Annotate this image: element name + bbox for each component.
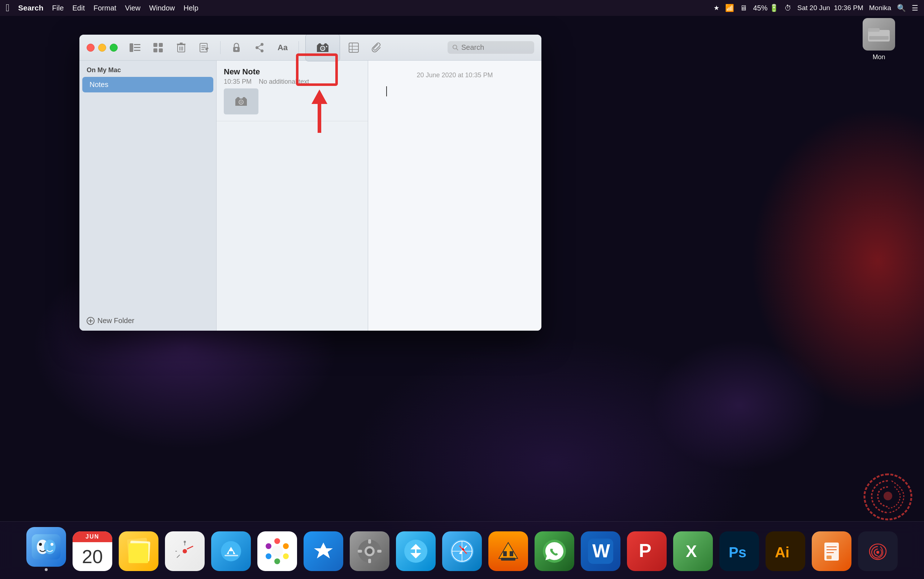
svg-rect-99 [827, 556, 832, 559]
dock-item-vlc[interactable] [488, 532, 528, 571]
finder-icon [26, 527, 66, 567]
drive-icon-img [863, 18, 895, 51]
svg-point-58 [271, 545, 283, 557]
dock-item-photoshop[interactable]: Ps [720, 532, 759, 571]
svg-rect-1 [868, 28, 880, 32]
ubar-icon: X [673, 532, 713, 571]
svg-rect-9 [154, 48, 157, 52]
menu-file[interactable]: File [52, 4, 64, 12]
pocket-icon: P [627, 532, 667, 571]
dock-item-reminders[interactable] [165, 532, 204, 571]
dock-item-photos[interactable] [257, 532, 297, 571]
lock-button[interactable] [227, 39, 246, 56]
menu-app-name[interactable]: Search [18, 3, 43, 12]
dock-item-touchretouch[interactable] [858, 532, 898, 571]
menu-window[interactable]: Window [149, 4, 175, 12]
svg-point-48 [51, 543, 54, 546]
svg-rect-4 [134, 44, 141, 45]
sidebar: On My Mac Notes New Folder [79, 61, 217, 330]
dock-item-settings[interactable] [350, 532, 389, 571]
note-editor-cursor [386, 86, 523, 98]
dock-item-calendar[interactable]: JUN 20 [72, 532, 112, 571]
search-bar[interactable] [448, 41, 534, 54]
shareit-icon [211, 532, 251, 571]
dock-items: JUN 20 [19, 527, 905, 576]
share-button[interactable] [250, 39, 269, 56]
dock: JUN 20 [0, 521, 924, 579]
vlc-icon [488, 532, 528, 571]
svg-text:X: X [686, 542, 697, 561]
whatsapp-icon [535, 532, 574, 571]
pages-icon [812, 532, 852, 571]
svg-rect-84 [503, 551, 507, 556]
menubar:  Search File Edit Format View Window He… [0, 0, 924, 16]
sidebar-item-notes[interactable]: Notes [82, 77, 213, 92]
svg-point-30 [326, 46, 327, 47]
menu-view[interactable]: View [125, 4, 141, 12]
svg-text:P: P [639, 540, 651, 561]
dock-item-pages[interactable] [812, 532, 852, 571]
bluetooth-icon: ★ [713, 4, 720, 12]
safari-icon [442, 532, 482, 571]
dock-item-appstore[interactable] [304, 532, 343, 571]
search-input[interactable] [461, 43, 529, 52]
dock-item-word[interactable]: W [581, 532, 620, 571]
dock-item-finder[interactable] [26, 527, 66, 571]
dock-item-safari[interactable] [442, 532, 482, 571]
new-folder-label: New Folder [97, 317, 134, 325]
menu-edit[interactable]: Edit [72, 4, 85, 12]
delete-button[interactable] [172, 39, 191, 56]
compose-button[interactable] [195, 39, 214, 56]
attachment-button[interactable] [368, 39, 386, 56]
svg-marker-82 [500, 544, 516, 558]
photos-icon [257, 532, 297, 571]
word-icon: W [581, 532, 620, 571]
menubar-datetime: Sat 20 Jun 10:36 PM [797, 4, 863, 12]
maximize-button[interactable] [110, 44, 118, 52]
traffic-lights [87, 44, 118, 52]
notification-center-icon[interactable]: ☰ [912, 3, 918, 12]
svg-rect-3 [129, 43, 133, 52]
svg-rect-6 [134, 50, 141, 51]
menu-format[interactable]: Format [93, 4, 116, 12]
svg-point-64 [266, 543, 271, 549]
menu-help[interactable]: Help [183, 4, 198, 12]
svg-line-53 [177, 555, 180, 558]
reminders-icon [165, 532, 204, 571]
settings-icon [350, 532, 389, 571]
notes-window: Aa [79, 34, 541, 330]
svg-point-52 [184, 541, 186, 543]
svg-line-27 [257, 47, 262, 51]
close-button[interactable] [87, 44, 95, 52]
desktop-drive-icon[interactable]: Mon [863, 18, 895, 61]
dock-item-stickies[interactable] [119, 532, 159, 571]
display-icon: 🖥 [740, 4, 747, 12]
search-menubar-icon[interactable]: 🔍 [897, 3, 906, 12]
note-list-item[interactable]: New Note 10:35 PM No additional text [217, 61, 368, 121]
calendar-icon: JUN 20 [72, 532, 112, 571]
dock-item-pocket[interactable]: P [627, 532, 667, 571]
new-folder-button[interactable]: New Folder [79, 311, 216, 330]
svg-line-26 [257, 44, 262, 47]
minimize-button[interactable] [98, 44, 106, 52]
dock-item-shareit[interactable] [211, 532, 251, 571]
svg-point-101 [877, 551, 879, 554]
toggle-sidebar-button[interactable] [126, 39, 144, 56]
svg-point-49 [183, 549, 187, 553]
fonts-button[interactable]: Aa [273, 39, 292, 56]
apple-menu[interactable]:  [6, 2, 10, 14]
grid-view-button[interactable] [149, 39, 167, 56]
dock-item-whatsapp[interactable] [535, 532, 574, 571]
appstore-icon [304, 532, 343, 571]
photoshop-icon: Ps [720, 532, 759, 571]
illustrator-icon: Ai [765, 532, 805, 571]
note-preview: No additional text [259, 78, 309, 85]
note-editor-date: 20 June 2020 at 10:35 PM [386, 72, 523, 79]
note-editor[interactable]: 20 June 2020 at 10:35 PM [368, 61, 541, 330]
camera-attachment-button[interactable] [305, 34, 340, 61]
dock-item-ubar[interactable]: X [673, 532, 713, 571]
dock-item-migration[interactable] [396, 532, 436, 571]
table-button[interactable] [344, 39, 363, 56]
svg-rect-70 [358, 550, 362, 553]
dock-item-illustrator[interactable]: Ai [765, 532, 805, 571]
